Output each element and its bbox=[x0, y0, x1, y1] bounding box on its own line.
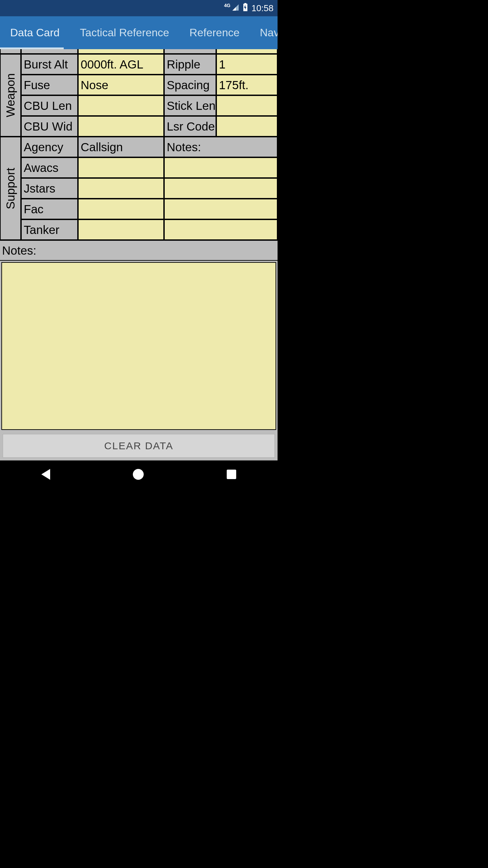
label-lsr-code: Lsr Code bbox=[164, 116, 216, 137]
tab-bar: Data Card Tactical Reference Reference N… bbox=[0, 16, 278, 49]
value-jstars-callsign[interactable] bbox=[78, 178, 164, 199]
table-row: Fuse Nose Spacing 175ft. bbox=[21, 75, 278, 95]
table-row: Awacs bbox=[21, 157, 278, 178]
tab-indicator bbox=[0, 47, 64, 49]
signal-icon bbox=[232, 3, 239, 14]
notes-label: Notes: bbox=[0, 240, 278, 261]
value-tanker-callsign[interactable] bbox=[78, 219, 164, 240]
table-row: Fac bbox=[21, 199, 278, 219]
label-burst-alt: Burst Alt bbox=[21, 54, 78, 75]
label-cbu-wid: CBU Wid bbox=[21, 116, 78, 137]
value-fac-callsign[interactable] bbox=[78, 199, 164, 219]
support-section: Support Agency Callsign Notes: Awacs Jst… bbox=[0, 137, 278, 240]
value-lsr-code[interactable] bbox=[216, 116, 278, 137]
label-ripple: Ripple bbox=[164, 54, 216, 75]
partial-row bbox=[0, 49, 278, 54]
label-spacing: Spacing bbox=[164, 75, 216, 95]
button-bar: CLEAR DATA bbox=[0, 431, 278, 460]
table-row: CBU Wid Lsr Code bbox=[21, 116, 278, 137]
tab-data-card[interactable]: Data Card bbox=[0, 16, 70, 49]
label-awacs: Awacs bbox=[21, 157, 78, 178]
status-bar: 4G 10:58 bbox=[0, 0, 278, 16]
table-row: Agency Callsign Notes: bbox=[21, 137, 278, 157]
value-fuse[interactable]: Nose bbox=[78, 75, 164, 95]
weapon-side-label: Weapon bbox=[0, 54, 21, 137]
android-nav-bar bbox=[0, 460, 278, 488]
value-burst-alt[interactable]: 0000ft. AGL bbox=[78, 54, 164, 75]
table-row: Jstars bbox=[21, 178, 278, 199]
label-tanker: Tanker bbox=[21, 219, 78, 240]
value-stick-len[interactable] bbox=[216, 95, 278, 116]
support-side-label: Support bbox=[0, 137, 21, 240]
label-fac: Fac bbox=[21, 199, 78, 219]
back-icon[interactable] bbox=[41, 469, 50, 480]
value-tanker-notes[interactable] bbox=[164, 219, 278, 240]
recent-apps-icon[interactable] bbox=[227, 470, 236, 479]
network-label: 4G bbox=[224, 3, 230, 8]
value-cbu-wid[interactable] bbox=[78, 116, 164, 137]
table-row: Tanker bbox=[21, 219, 278, 240]
tab-tactical-reference[interactable]: Tactical Reference bbox=[70, 16, 179, 49]
value-awacs-callsign[interactable] bbox=[78, 157, 164, 178]
value-jstars-notes[interactable] bbox=[164, 178, 278, 199]
home-icon[interactable] bbox=[133, 469, 144, 480]
content-area: Weapon Burst Alt 0000ft. AGL Ripple 1 Fu… bbox=[0, 49, 278, 460]
value-spacing[interactable]: 175ft. bbox=[216, 75, 278, 95]
battery-charging-icon bbox=[243, 3, 248, 14]
weapon-section: Weapon Burst Alt 0000ft. AGL Ripple 1 Fu… bbox=[0, 54, 278, 137]
value-ripple[interactable]: 1 bbox=[216, 54, 278, 75]
value-awacs-notes[interactable] bbox=[164, 157, 278, 178]
value-fac-notes[interactable] bbox=[164, 199, 278, 219]
header-callsign: Callsign bbox=[78, 137, 164, 157]
header-agency: Agency bbox=[21, 137, 78, 157]
label-cbu-len: CBU Len bbox=[21, 95, 78, 116]
label-jstars: Jstars bbox=[21, 178, 78, 199]
clock: 10:58 bbox=[251, 3, 273, 14]
value-cbu-len[interactable] bbox=[78, 95, 164, 116]
table-row: CBU Len Stick Len bbox=[21, 95, 278, 116]
table-row: Burst Alt 0000ft. AGL Ripple 1 bbox=[21, 54, 278, 75]
tab-reference[interactable]: Reference bbox=[179, 16, 250, 49]
label-stick-len: Stick Len bbox=[164, 95, 216, 116]
notes-input[interactable] bbox=[1, 262, 276, 430]
label-fuse: Fuse bbox=[21, 75, 78, 95]
header-notes: Notes: bbox=[164, 137, 278, 157]
clear-data-button[interactable]: CLEAR DATA bbox=[3, 434, 275, 458]
tab-navigation[interactable]: Navigatio bbox=[250, 16, 278, 49]
